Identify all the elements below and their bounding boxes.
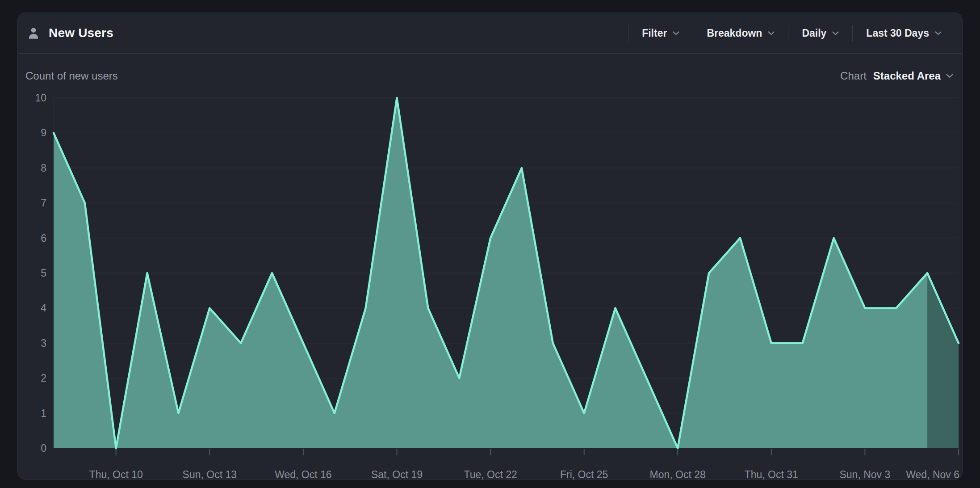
x-axis-label: Tue, Oct 22 [464,469,517,481]
y-axis-label: 7 [18,197,46,209]
chart-subheader: Count of new users Chart Stacked Area [18,54,962,98]
date-range-dropdown[interactable]: Last 30 Days [853,27,955,39]
chevron-down-icon [935,31,942,35]
breakdown-dropdown-label: Breakdown [707,27,762,39]
chart-type-picker[interactable]: Chart Stacked Area [840,70,953,82]
filter-dropdown[interactable]: Filter [628,27,693,39]
x-axis-label: Wed, Oct 16 [275,469,331,481]
y-axis-label: 5 [18,267,46,279]
granularity-dropdown-label: Daily [802,27,826,39]
y-axis-label: 0 [18,442,46,454]
x-axis-label: Sun, Oct 13 [183,469,237,481]
chart-type-picker-label: Chart [840,70,867,82]
area-fill-incomplete [927,273,959,448]
x-axis-label: Thu, Oct 10 [89,469,143,481]
x-axis-label: Wed, Nov 6 [906,469,959,481]
chevron-down-icon [768,31,775,35]
y-axis-label: 4 [18,302,46,314]
chevron-down-icon [832,31,839,35]
x-axis-label: Mon, Oct 28 [650,469,706,481]
date-range-dropdown-label: Last 30 Days [866,27,929,39]
widget-title: New Users [49,26,113,40]
widget-header-left: New Users [27,26,113,40]
chevron-down-icon [673,31,679,35]
x-axis-label: Sun, Nov 3 [839,469,890,481]
new-users-widget: New Users Filter Breakdown Daily Last 30… [17,13,963,480]
chevron-down-icon [946,74,953,78]
y-axis-label: 9 [18,127,46,139]
granularity-dropdown[interactable]: Daily [788,27,852,39]
user-icon [27,26,40,40]
y-axis-label: 6 [18,232,46,244]
x-axis-label: Sat, Oct 19 [371,469,423,481]
y-axis-label: 8 [18,162,46,174]
metric-label: Count of new users [25,70,118,82]
y-axis-label: 3 [18,337,46,349]
y-axis-label: 2 [18,372,46,384]
y-axis-label: 1 [18,407,46,419]
breakdown-dropdown[interactable]: Breakdown [693,27,788,39]
y-axis-label: 10 [18,92,46,104]
header-controls: Filter Breakdown Daily Last 30 Days [628,13,955,53]
new-users-area-chart[interactable] [54,98,959,456]
x-axis-label: Fri, Oct 25 [560,469,608,481]
filter-dropdown-label: Filter [642,27,667,39]
widget-header: New Users Filter Breakdown Daily Last 30… [18,13,962,54]
x-axis-label: Thu, Oct 31 [745,469,798,481]
chart-type-value: Stacked Area [873,70,941,82]
